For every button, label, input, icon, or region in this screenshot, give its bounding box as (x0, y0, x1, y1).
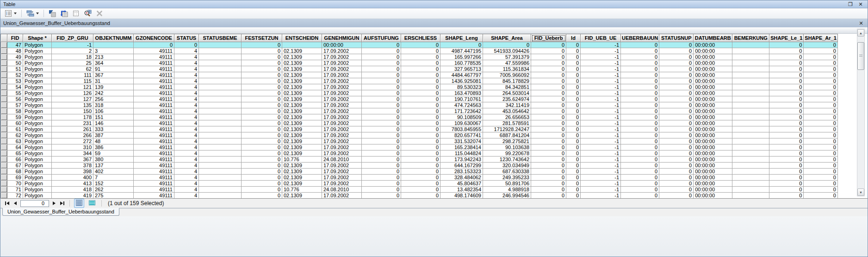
row-selector-cell[interactable] (1, 193, 7, 199)
cell-fid_ueb_ue[interactable]: -1 (581, 84, 621, 90)
cell-statusbeme[interactable] (199, 163, 242, 169)
cell-shape_ar_1[interactable]: 0 (804, 175, 837, 181)
cell-fid_ueb_ue[interactable]: -1 (581, 150, 621, 157)
cell-entscheidn[interactable]: 10.776 (282, 187, 322, 193)
cell-fid_ueb_ue[interactable]: -1 (581, 132, 621, 138)
cell-aufstufung[interactable]: 0 (362, 187, 401, 193)
cell-aufstufung[interactable]: 0 (362, 42, 401, 48)
column-header-shape_ar_1[interactable]: SHAPE_Ar_1 (804, 34, 837, 42)
cell-festsetzun[interactable]: 0 (242, 157, 282, 163)
column-header-shape_leng[interactable]: SHAPE_Leng (440, 34, 483, 42)
cell-gzonencode[interactable]: 49111 (134, 66, 174, 72)
cell-status[interactable]: 4 (174, 114, 199, 120)
cell-entscheidn[interactable]: 10.776 (282, 157, 322, 163)
cell-festsetzun[interactable]: 0 (242, 108, 282, 114)
column-header-statusnup[interactable]: STATUSNUP (659, 34, 694, 42)
cell-aufstufung[interactable]: 0 (362, 169, 401, 175)
cell-entscheidn[interactable]: 02.1309 (282, 150, 322, 157)
cell-fid[interactable]: 49 (7, 54, 23, 60)
cell-status[interactable]: 0 (174, 42, 199, 48)
cell-gzonencode[interactable]: 49111 (134, 96, 174, 102)
cell-shape_area[interactable]: 26.656653 (483, 114, 531, 120)
cell-fid_zp_gru[interactable]: 178 (52, 114, 93, 120)
cell-erschliess[interactable]: 0 (401, 132, 440, 138)
cell-fid_ueberb[interactable]: 0 (531, 187, 566, 193)
cell-erschliess[interactable]: 0 (401, 157, 440, 163)
cell-gzonencode[interactable]: 49111 (134, 54, 174, 60)
cell-shape_ar_1[interactable]: 0 (804, 163, 837, 169)
cell-erschliess[interactable]: 0 (401, 114, 440, 120)
cell-bemerkung[interactable] (732, 150, 769, 157)
cell-ueberbauun[interactable]: 0 (621, 102, 659, 108)
cell-datumbearb[interactable]: 00:00:00 (694, 144, 732, 150)
row-selector-cell[interactable] (1, 114, 7, 120)
cell-erschliess[interactable]: 0 (401, 150, 440, 157)
cell-fid_zp_gru[interactable]: 135 (52, 102, 93, 108)
cell-fid_ueb_ue[interactable]: -1 (581, 193, 621, 199)
cell-fid_ueberb[interactable]: 0 (531, 108, 566, 114)
cell-erschliess[interactable]: 0 (401, 120, 440, 126)
cell-bemerkung[interactable] (732, 169, 769, 175)
cell-aufstufung[interactable]: 0 (362, 193, 401, 199)
cell-shape[interactable]: Polygon (23, 90, 52, 96)
cell-objektnumm[interactable]: 106 (93, 108, 134, 114)
cell-shape_le_1[interactable]: 0 (769, 66, 804, 72)
cell-status[interactable]: 4 (174, 96, 199, 102)
cell-status[interactable]: 4 (174, 187, 199, 193)
cell-statusnup[interactable]: 0 (659, 157, 694, 163)
cell-ueberbauun[interactable]: 0 (621, 42, 659, 48)
cell-shape[interactable]: Polygon (23, 138, 52, 144)
cell-gzonencode[interactable]: 49111 (134, 187, 174, 193)
record-number-input[interactable] (20, 200, 49, 207)
cell-datumbearb[interactable]: 00:00:00 (694, 114, 732, 120)
cell-aufstufung[interactable]: 0 (362, 175, 401, 181)
cell-gzonencode[interactable]: 49111 (134, 150, 174, 157)
cell-festsetzun[interactable]: 0 (242, 60, 282, 66)
cell-objektnumm[interactable]: 380 (93, 157, 134, 163)
cell-aufstufung[interactable]: 0 (362, 163, 401, 169)
vertical-scrollbar[interactable]: ▲ ▼ (857, 29, 865, 196)
cell-entscheidn[interactable]: 02.1309 (282, 120, 322, 126)
column-header-status[interactable]: STATUS (174, 34, 199, 42)
cell-festsetzun[interactable]: 0 (242, 169, 282, 175)
cell-festsetzun[interactable]: 0 (242, 96, 282, 102)
row-selector-cell[interactable] (1, 102, 7, 108)
cell-statusbeme[interactable] (199, 48, 242, 54)
cell-fid_ueberb[interactable]: 0 (531, 144, 566, 150)
cell-festsetzun[interactable]: 0 (242, 150, 282, 157)
cell-fid_zp_gru[interactable]: 62 (52, 66, 93, 72)
cell-shape[interactable]: Polygon (23, 48, 52, 54)
cell-shape_ar_1[interactable]: 0 (804, 181, 837, 187)
column-header-fid_ueb_ue[interactable]: FID_UEB_UE (581, 34, 621, 42)
cell-bemerkung[interactable] (732, 108, 769, 114)
cell-id[interactable]: 0 (566, 78, 581, 84)
cell-bemerkung[interactable] (732, 54, 769, 60)
cell-shape_area[interactable]: 281.578591 (483, 120, 531, 126)
cell-id[interactable]: 0 (566, 96, 581, 102)
cell-datumbearb[interactable]: 00:00:00 (694, 150, 732, 157)
cell-shape_ar_1[interactable]: 0 (804, 72, 837, 78)
cell-fid_zp_gru[interactable]: 367 (52, 157, 93, 163)
delete-selected-button[interactable] (94, 9, 105, 18)
cell-shape_ar_1[interactable]: 0 (804, 96, 837, 102)
cell-fid_ueb_ue[interactable]: -1 (581, 66, 621, 72)
cell-erschliess[interactable]: 0 (401, 163, 440, 169)
cell-gzonencode[interactable]: 49111 (134, 60, 174, 66)
cell-shape_le_1[interactable]: 0 (769, 72, 804, 78)
cell-ueberbauun[interactable]: 0 (621, 132, 659, 138)
cell-shape_ar_1[interactable]: 0 (804, 126, 837, 132)
cell-festsetzun[interactable]: 0 (242, 102, 282, 108)
cell-fid[interactable]: 50 (7, 60, 23, 66)
cell-statusbeme[interactable] (199, 114, 242, 120)
cell-bemerkung[interactable] (732, 66, 769, 72)
cell-shape_leng[interactable]: 165.238414 (440, 144, 483, 150)
cell-datumbearb[interactable]: 00:00:00 (694, 138, 732, 144)
cell-bemerkung[interactable] (732, 193, 769, 199)
cell-id[interactable]: 0 (566, 48, 581, 54)
cell-status[interactable]: 4 (174, 175, 199, 181)
cell-fid_ueberb[interactable]: 0 (531, 72, 566, 78)
cell-bemerkung[interactable] (732, 144, 769, 150)
cell-shape_ar_1[interactable]: 0 (804, 157, 837, 163)
cell-ueberbauun[interactable]: 0 (621, 66, 659, 72)
row-selector-cell[interactable] (1, 150, 7, 157)
